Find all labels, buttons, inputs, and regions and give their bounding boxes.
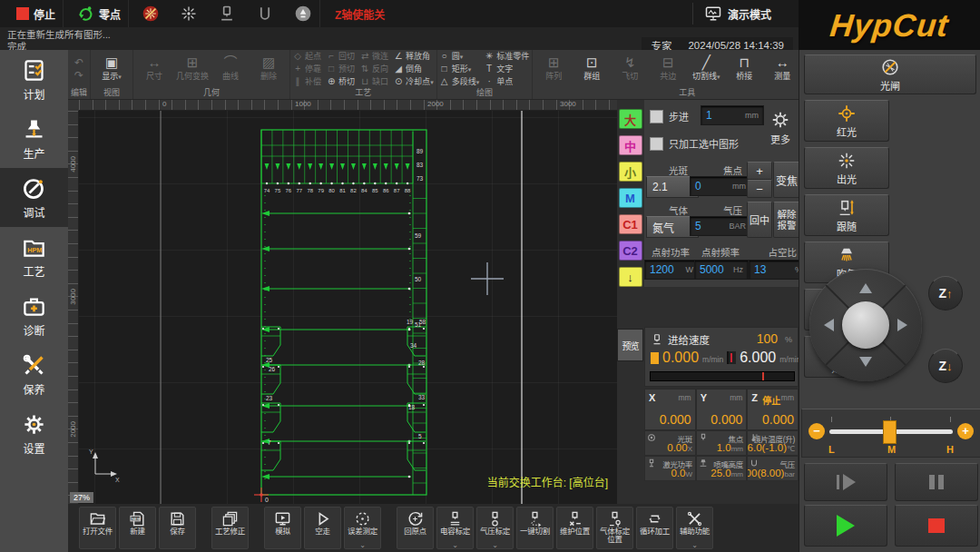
bottom-button-电容标定[interactable]: 电容标定⌄ [436, 507, 474, 549]
bottom-button-气压标定[interactable]: 气压标定⌄ [476, 507, 514, 549]
ribbon-item-文字[interactable]: T文字 [485, 63, 529, 74]
ribbon-item-阵列[interactable]: ⊞阵列 [535, 55, 572, 82]
focus-input[interactable]: 0mm [690, 176, 751, 196]
zero-point-button[interactable]: 零点 [69, 0, 129, 27]
gas-status[interactable] [249, 0, 281, 27]
jog-down-button[interactable] [859, 357, 872, 367]
bottom-button-新建[interactable]: NEW新建 [119, 507, 156, 549]
bottom-button-循环加工[interactable]: 循环加工 [636, 507, 673, 549]
ribbon-item-飞切[interactable]: ↯飞切 [612, 55, 648, 82]
speed-plus-button[interactable]: + [957, 423, 974, 439]
layer-chip-↓[interactable]: ↓ [619, 267, 642, 287]
start-button[interactable] [804, 505, 887, 547]
sidebar-item-调试[interactable]: 调试 [0, 168, 68, 227]
follow-status[interactable] [211, 0, 243, 27]
layer-chip-M[interactable]: M [619, 188, 642, 208]
step-run-button[interactable] [804, 463, 887, 501]
ribbon-item-预切[interactable]: □预切 [327, 63, 355, 74]
ribbon-item-曲线[interactable]: ⌒曲线 [212, 55, 249, 82]
ribbon-item-删除[interactable]: ▨删除 [250, 55, 287, 82]
bottom-button-保存[interactable]: 保存 [159, 507, 196, 549]
ribbon-item-矩形[interactable]: □矩形 [440, 63, 480, 74]
layer-chip-C2[interactable]: C2 [619, 241, 642, 261]
jog-up-button[interactable] [859, 283, 872, 293]
ribbon-item-释放角[interactable]: ∠释放角 [394, 50, 434, 62]
ribbon-item-倒角[interactable]: ◢倒角 [394, 63, 434, 74]
pressure-input[interactable]: 5BAR [690, 216, 751, 236]
ribbon-undo-redo-icon[interactable]: ↷ [74, 70, 83, 81]
follow-button[interactable]: 跟随 [804, 194, 889, 236]
sidebar-item-工艺[interactable]: HPM工艺 [0, 227, 68, 286]
stop-button[interactable]: 停止 [9, 0, 64, 27]
bottom-button-辅助功能[interactable]: 辅助功能⌄ [676, 507, 713, 549]
ribbon-item-群组[interactable]: ⊡群组 [573, 55, 610, 82]
ribbon-item-补偿[interactable]: ∥补偿 [293, 75, 321, 87]
ribbon-item-测量[interactable]: ↔测量 [764, 55, 799, 82]
alarm-status[interactable] [287, 0, 320, 27]
layer-chip-小[interactable]: 小 [619, 162, 642, 182]
bottom-button-空走[interactable]: 空走 [304, 507, 341, 549]
ribbon-item-桥切[interactable]: ⊕桥切 [327, 75, 355, 87]
bottom-button-气体标定位置[interactable]: 气体标定位置 [596, 507, 633, 549]
ribbon-item-桥接[interactable]: ⊓桥接 [726, 55, 762, 82]
ribbon-item-停靠[interactable]: +停靠 [293, 63, 321, 74]
jog-center-knob[interactable] [842, 301, 889, 349]
ribbon-item-起点[interactable]: ◇起点 [293, 50, 321, 62]
red-light-button[interactable]: 红光 [804, 100, 889, 142]
sidebar-item-计划[interactable]: 计划 [0, 50, 68, 109]
feed-progress-bar[interactable] [650, 371, 795, 381]
speed-slider-handle[interactable] [883, 420, 897, 444]
ribbon-item-缺口[interactable]: ⊔缺口 [360, 75, 388, 87]
bottom-button-维护位置[interactable]: 维护位置 [556, 507, 593, 549]
ribbon-item-反向[interactable]: ⇅反向 [360, 63, 388, 74]
bottom-button-工艺修正[interactable]: 工艺修正 [211, 507, 249, 549]
shutter-button[interactable]: 光闸 [804, 54, 976, 94]
bottom-button-模拟[interactable]: 模拟 [264, 507, 301, 549]
focus-plus-button[interactable]: + [747, 162, 772, 180]
demo-mode-button[interactable]: 演示模式 [692, 3, 771, 25]
ribbon-item-共边[interactable]: ⊟共边 [650, 55, 686, 82]
ribbon-item-显示[interactable]: ▣显示 [93, 55, 130, 82]
jog-pad[interactable] [809, 269, 922, 381]
sidebar-item-保养[interactable]: 保养 [0, 345, 68, 404]
ribbon-item-回切[interactable]: ⌐回切 [327, 50, 355, 62]
sidebar-item-生产[interactable]: 生产 [0, 109, 68, 168]
clear-alarm-button[interactable]: 解除报警 [773, 202, 800, 238]
bottom-button-回原点[interactable]: 回原点 [397, 507, 434, 549]
center-button[interactable]: 回中 [747, 202, 772, 238]
ribbon-item-标准零件[interactable]: ✳标准零件 [485, 50, 529, 62]
step-value-input[interactable]: 1mm [701, 105, 764, 125]
layer-chip-C1[interactable]: C1 [619, 214, 642, 234]
drawing-canvas[interactable]: 0100020003000 400030002000 7475767778798… [68, 100, 617, 504]
z-down-button[interactable]: Z↓ [928, 349, 963, 383]
burst-power-input[interactable]: 1200W [644, 260, 699, 280]
laser-out-button[interactable]: 出光 [804, 147, 889, 189]
ribbon-item-单点[interactable]: ·单点 [485, 75, 529, 87]
bottom-button-误差测定[interactable]: 误差测定⌄ [344, 507, 381, 549]
jog-left-button[interactable] [824, 319, 834, 331]
stop-machining-button[interactable] [895, 505, 978, 547]
ribbon-item-切割线[interactable]: ╱切割线 [688, 55, 724, 82]
more-button[interactable]: 更多 [764, 104, 797, 153]
laser-shutter-status[interactable] [134, 0, 167, 27]
sidebar-item-诊断[interactable]: 诊断 [0, 286, 68, 345]
only-selected-checkbox[interactable] [650, 137, 663, 151]
ribbon-item-圆[interactable]: ○圆 [440, 50, 480, 62]
bottom-button-一键切割[interactable]: 一键切割 [516, 507, 554, 549]
burst-freq-input[interactable]: 5000Hz [694, 260, 749, 280]
speed-minus-button[interactable]: − [808, 423, 825, 439]
ribbon-item-几何变换[interactable]: ⊞几何变换 [174, 55, 211, 82]
ribbon-item-尺寸[interactable]: ↔尺寸 [136, 55, 172, 82]
focus-minus-button[interactable]: − [747, 180, 772, 198]
ribbon-item-冷却点[interactable]: ⊙冷却点 [394, 75, 434, 87]
ribbon-item-多段线[interactable]: △多段线 [440, 75, 480, 87]
zoom-focus-button[interactable]: 变焦 [773, 162, 800, 198]
ribbon-item-微连[interactable]: ⇄微连 [360, 50, 388, 62]
z-up-button[interactable]: Z↑ [928, 276, 963, 310]
jog-right-button[interactable] [897, 319, 907, 331]
laser-out-status[interactable] [172, 0, 205, 27]
step-checkbox[interactable] [650, 110, 663, 123]
layer-chip-中[interactable]: 中 [619, 135, 642, 155]
preview-tab[interactable]: 预览 [617, 329, 643, 361]
layer-chip-大[interactable]: 大 [619, 109, 642, 129]
